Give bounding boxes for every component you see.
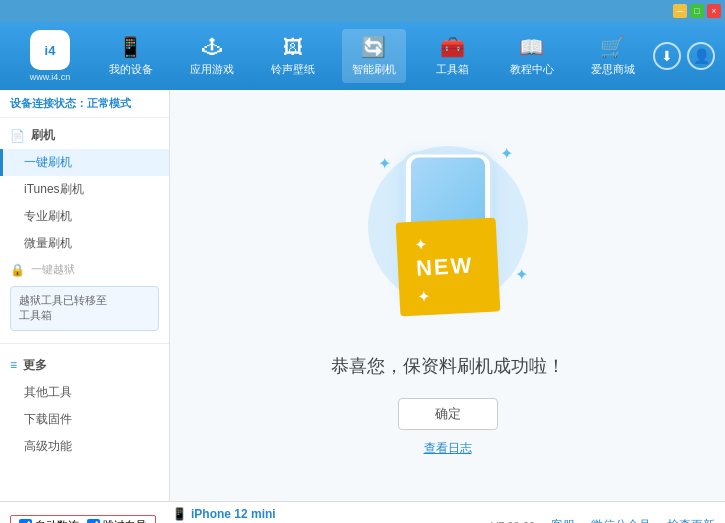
nav-toolbox[interactable]: 🧰 工具箱 [423,29,483,83]
sidebar-item-micro-flash[interactable]: 微量刷机 [0,230,169,257]
user-button[interactable]: 👤 [687,42,715,70]
sidebar-item-download-fw[interactable]: 下载固件 [0,406,169,433]
logo: i4 www.i4.cn [10,30,90,82]
confirm-button[interactable]: 确定 [398,398,498,430]
device-status-bar: 设备连接状态：正常模式 [0,90,169,118]
flash-section-label: 刷机 [31,127,55,144]
maximize-button[interactable]: □ [690,4,704,18]
footer: 自动数连 跳过向导 📱 iPhone 12 mini 64GB Down-12m… [0,501,725,523]
sidebar-item-pro-flash[interactable]: 专业刷机 [0,203,169,230]
sidebar-item-advanced[interactable]: 高级功能 [0,433,169,460]
lock-icon: 🔒 [10,263,25,277]
titlebar: ─ □ × [0,0,725,22]
close-button[interactable]: × [707,4,721,18]
wechat-official-link[interactable]: 微信公众号 [591,517,651,523]
auto-connect-label[interactable]: 自动数连 [19,518,79,523]
sparkle-2: ✦ [500,144,513,163]
customer-service-link[interactable]: 客服 [551,517,575,523]
check-update-link[interactable]: 检查更新 [667,517,715,523]
header: i4 www.i4.cn 📱 我的设备 🕹 应用游戏 🖼 铃声壁纸 🔄 智能刷机… [0,22,725,90]
device-info: 📱 iPhone 12 mini 64GB Down-12mini-13,1 [172,507,276,524]
nav-store-label: 爱思商城 [591,62,635,77]
daily-link[interactable]: 查看日志 [424,440,472,457]
nav-tutorial[interactable]: 📖 教程中心 [500,29,564,83]
my-device-icon: 📱 [118,35,143,59]
toolbox-icon: 🧰 [440,35,465,59]
skip-wizard-label[interactable]: 跳过向导 [87,518,147,523]
nav-ringtone[interactable]: 🖼 铃声壁纸 [261,30,325,83]
checkbox-group: 自动数连 跳过向导 [10,515,156,523]
jailbreak-label: 一键越狱 [31,262,75,277]
app-game-icon: 🕹 [202,36,222,59]
more-section-label: 更多 [23,357,47,374]
nav-tutorial-label: 教程中心 [510,62,554,77]
version-label: V7.98.66 [491,520,535,524]
smart-flash-icon: 🔄 [361,35,386,59]
nav-ringtone-label: 铃声壁纸 [271,62,315,77]
sparkle-3: ✦ [515,265,528,284]
sidebar-item-other-tools[interactable]: 其他工具 [0,379,169,406]
status-value: 正常模式 [87,97,131,109]
flash-section: 📄 刷机 一键刷机 iTunes刷机 专业刷机 微量刷机 🔒 一键越狱 越狱工具… [0,118,169,339]
nav-smart-flash[interactable]: 🔄 智能刷机 [342,29,406,83]
more-icon: ≡ [10,358,17,372]
sidebar-divider [0,343,169,344]
ringtone-icon: 🖼 [283,36,303,59]
logo-char: i4 [45,43,56,58]
nav-my-device[interactable]: 📱 我的设备 [99,29,163,83]
more-section: ≡ 更多 其他工具 下载固件 高级功能 [0,348,169,464]
main-area: 设备连接状态：正常模式 📄 刷机 一键刷机 iTunes刷机 专业刷机 微量刷机… [0,90,725,501]
new-badge: NEW [395,217,500,316]
nav-toolbox-label: 工具箱 [436,62,469,77]
jailbreak-section-header: 🔒 一键越狱 [0,257,169,282]
sidebar-item-itunes-flash[interactable]: iTunes刷机 [0,176,169,203]
flash-section-header: 📄 刷机 [0,122,169,149]
nav-store[interactable]: 🛒 爱思商城 [581,29,645,83]
nav-app-game[interactable]: 🕹 应用游戏 [180,30,244,83]
device-name: iPhone 12 mini [191,507,276,521]
phone-icon-footer: 📱 [172,507,187,521]
jailbreak-note: 越狱工具已转移至工具箱 [10,286,159,331]
success-illustration: ✦ ✦ ✦ NEW [348,134,548,334]
success-message: 恭喜您，保资料刷机成功啦！ [331,354,565,378]
main-nav: 📱 我的设备 🕹 应用游戏 🖼 铃声壁纸 🔄 智能刷机 🧰 工具箱 📖 教程中心… [90,22,653,90]
skip-wizard-checkbox[interactable] [87,519,100,523]
logo-icon: i4 [30,30,70,70]
main-content: ✦ ✦ ✦ NEW 恭喜您，保资料刷机成功啦！ 确定 查看日志 [170,90,725,501]
sidebar: 设备连接状态：正常模式 📄 刷机 一键刷机 iTunes刷机 专业刷机 微量刷机… [0,90,170,501]
logo-url: www.i4.cn [30,72,71,82]
tutorial-icon: 📖 [519,35,544,59]
header-actions: ⬇ 👤 [653,42,715,70]
store-icon: 🛒 [600,35,625,59]
sidebar-item-one-click-flash[interactable]: 一键刷机 [0,149,169,176]
more-section-header: ≡ 更多 [0,352,169,379]
minimize-button[interactable]: ─ [673,4,687,18]
nav-my-device-label: 我的设备 [109,62,153,77]
status-label: 设备连接状态： [10,97,87,109]
nav-smart-flash-label: 智能刷机 [352,62,396,77]
nav-app-game-label: 应用游戏 [190,62,234,77]
sparkle-1: ✦ [378,154,391,173]
auto-connect-checkbox[interactable] [19,519,32,523]
download-button[interactable]: ⬇ [653,42,681,70]
flash-section-icon: 📄 [10,129,25,143]
